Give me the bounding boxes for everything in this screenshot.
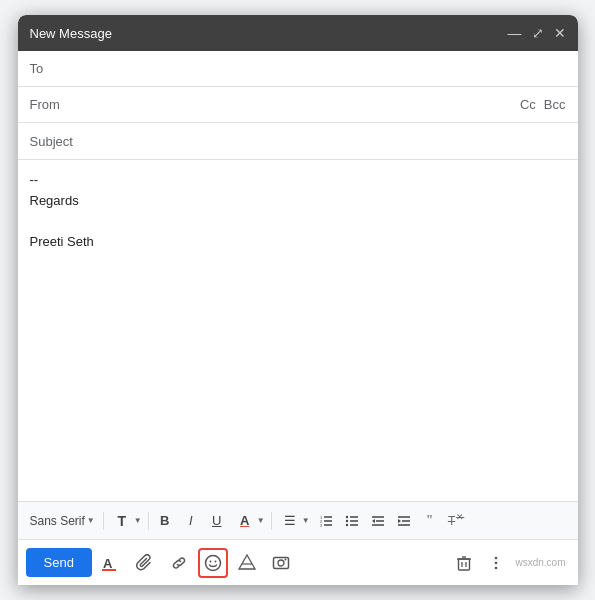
bottom-toolbar: Send A [18, 539, 578, 585]
to-input[interactable] [80, 61, 566, 76]
bottom-right-icons [449, 548, 511, 578]
text-color-icon: A [233, 509, 257, 533]
svg-point-37 [495, 561, 498, 564]
minimize-button[interactable]: — [508, 25, 522, 41]
bcc-label[interactable]: Bcc [544, 97, 566, 112]
italic-button[interactable]: I [179, 509, 203, 533]
more-options-button[interactable] [481, 548, 511, 578]
align-arrow: ▼ [302, 516, 310, 525]
svg-marker-19 [398, 519, 401, 523]
svg-text:A: A [103, 556, 113, 571]
separator-1 [103, 512, 104, 530]
svg-point-8 [345, 519, 347, 521]
cc-label[interactable]: Cc [520, 97, 536, 112]
to-label: To [30, 61, 80, 76]
indent-increase-button[interactable] [392, 509, 416, 533]
drive-button[interactable] [232, 548, 262, 578]
attach-button[interactable] [130, 548, 160, 578]
delete-button[interactable] [449, 548, 479, 578]
text-color-selector[interactable]: A ▼ [231, 507, 267, 535]
unordered-list-button[interactable] [340, 509, 364, 533]
svg-marker-25 [239, 555, 255, 569]
send-button[interactable]: Send [26, 548, 92, 577]
remove-format-button[interactable]: T✕ [444, 509, 468, 533]
font-selector[interactable]: Sans Serif ▼ [26, 512, 99, 530]
separator-2 [148, 512, 149, 530]
header-fields: To From Cc Bcc Subject [18, 51, 578, 160]
svg-point-22 [205, 555, 220, 570]
svg-point-38 [495, 566, 498, 569]
emoji-button[interactable] [198, 548, 228, 578]
quote-button[interactable]: " [418, 509, 442, 533]
font-size-arrow: ▼ [134, 516, 142, 525]
svg-point-30 [284, 558, 286, 560]
body-content: -- Regards Preeti Seth [30, 170, 566, 253]
align-selector[interactable]: ☰ ▼ [276, 507, 312, 535]
window-title: New Message [30, 26, 112, 41]
svg-marker-15 [372, 519, 375, 523]
font-name: Sans Serif [30, 514, 85, 528]
svg-text:3: 3 [320, 522, 323, 527]
window-controls: — ⤢ ✕ [508, 25, 566, 41]
from-row: From Cc Bcc [18, 87, 578, 123]
bold-button[interactable]: B [153, 509, 177, 533]
photo-button[interactable] [266, 548, 296, 578]
link-button[interactable] [164, 548, 194, 578]
watermark: wsxdn.com [515, 557, 569, 568]
svg-point-23 [209, 560, 211, 562]
to-row: To [18, 51, 578, 87]
ordered-list-button[interactable]: 1 2 3 [314, 509, 338, 533]
svg-marker-26 [242, 555, 252, 564]
title-bar: New Message — ⤢ ✕ [18, 15, 578, 51]
svg-point-24 [214, 560, 216, 562]
font-size-selector[interactable]: T ▼ [108, 507, 144, 535]
text-color-arrow: ▼ [257, 516, 265, 525]
subject-input[interactable] [80, 134, 566, 149]
svg-rect-31 [459, 559, 470, 570]
expand-button[interactable]: ⤢ [532, 25, 544, 41]
close-button[interactable]: ✕ [554, 25, 566, 41]
from-label: From [30, 97, 80, 112]
underline-button[interactable]: U [205, 509, 229, 533]
svg-point-29 [278, 560, 284, 566]
subject-row: Subject [18, 123, 578, 159]
align-icon: ☰ [278, 509, 302, 533]
svg-point-6 [345, 515, 347, 517]
compose-window: New Message — ⤢ ✕ To From Cc Bcc Subject [18, 15, 578, 585]
separator-3 [271, 512, 272, 530]
cc-bcc-toggle[interactable]: Cc Bcc [520, 97, 566, 112]
font-dropdown-arrow: ▼ [87, 516, 95, 525]
font-size-icon: T [110, 509, 134, 533]
subject-label: Subject [30, 134, 80, 149]
indent-decrease-button[interactable] [366, 509, 390, 533]
svg-point-36 [495, 556, 498, 559]
formatting-toolbar: Sans Serif ▼ T ▼ B I U A ▼ ☰ ▼ [18, 501, 578, 539]
svg-point-10 [345, 523, 347, 525]
body-area[interactable]: -- Regards Preeti Seth [18, 160, 578, 501]
format-text-button[interactable]: A [96, 548, 126, 578]
